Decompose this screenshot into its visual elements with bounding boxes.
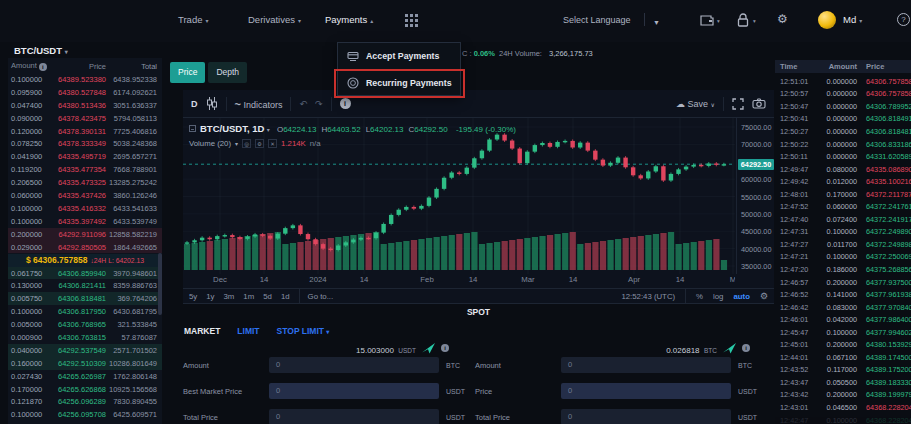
undo-icon[interactable]: ↶ (299, 99, 307, 109)
tab-limit[interactable]: LIMIT (237, 326, 259, 336)
trade-row[interactable]: 12:49:47 0.080000 64335.086890 (775, 163, 911, 176)
trade-row[interactable]: 12:46:01 0.042000 64377.986400 (775, 313, 911, 326)
trade-row[interactable]: 12:48:01 0.170000 64372.211787 (775, 188, 911, 201)
trade-row[interactable]: 12:43:42 0.200000 64389.199979 (775, 389, 911, 402)
scrollbar[interactable] (158, 253, 162, 315)
order-book-row[interactable]: 0.121870 64256.096289 7830.890455 (8, 396, 162, 409)
order-book-row[interactable]: 0.119200 64335.477354 7668.788901 (8, 163, 162, 176)
trade-row[interactable]: 12:50:47 0.000000 64306.789952 (775, 100, 911, 113)
redo-icon[interactable]: ↷ (315, 99, 323, 109)
trade-row[interactable]: 12:47:31 0.100000 64372.249890 (775, 226, 911, 239)
settings-gear-icon[interactable]: ⚙ (777, 12, 788, 26)
fullscreen-icon[interactable] (732, 98, 744, 110)
candle-style-icon[interactable] (206, 97, 218, 110)
chevron-down-icon[interactable]: ▾ (235, 140, 238, 147)
price-axis[interactable]: 75000.0070000.0060000.0055000.0050000.00… (736, 118, 774, 274)
order-book-row[interactable]: 0.005750 64306.818481 369.764206 (8, 292, 162, 305)
interval-button[interactable]: D (191, 99, 198, 109)
order-book-row[interactable]: 0.100000 64335.416332 6433.541633 (8, 202, 162, 215)
info-icon[interactable]: i (39, 63, 47, 71)
trade-row[interactable]: 12:43:52 0.117000 64389.175200 (775, 364, 911, 377)
tab-stop-limit[interactable]: STOP LIMIT ▾ (277, 326, 330, 336)
trade-row[interactable]: 12:45:01 0.200000 64380.153929 (775, 338, 911, 351)
field-input[interactable]: 0 (561, 409, 731, 424)
order-book-row[interactable]: 0.100000 64389.523380 6438.952338 (8, 73, 162, 86)
order-book-row[interactable]: 0.100000 64306.817950 6430.681795 (8, 305, 162, 318)
collapse-icon[interactable] (189, 125, 196, 132)
wallet-icon[interactable] (700, 14, 714, 26)
order-book-row[interactable]: 0.060000 64335.437426 3860.126246 (8, 189, 162, 202)
field-input[interactable]: 0 (269, 383, 439, 399)
trade-row[interactable]: 12:47:21 0.100000 64372.250069 (775, 251, 911, 264)
goto-button[interactable]: Go to... (308, 292, 334, 301)
user-avatar[interactable] (818, 11, 836, 29)
order-book-row[interactable]: 0.200000 64292.911096 12858.582219 (8, 228, 162, 241)
menu-item-recurring-payments[interactable]: Recurring Payments (338, 69, 460, 95)
chevron-down-icon[interactable]: ▾ (267, 127, 270, 133)
settings-gear-icon[interactable]: ⚙ (760, 291, 768, 301)
order-book-row[interactable]: 0.090000 64378.423475 5794.058113 (8, 112, 162, 125)
user-menu[interactable]: Md▾ (843, 14, 862, 25)
field-input[interactable]: 0 (561, 383, 731, 399)
indicators-button[interactable]: ~ Indicators (235, 98, 283, 110)
order-book-row[interactable]: 0.000900 64306.763815 57.876087 (8, 331, 162, 344)
trade-row[interactable]: 12:43:47 0.050500 64389.183330 (775, 376, 911, 389)
trade-row[interactable]: 12:45:47 0.100000 64377.994602 (775, 326, 911, 339)
trade-row[interactable]: 12:46:57 0.200000 64377.937500 (775, 276, 911, 289)
range-button-1d[interactable]: 1d (281, 292, 290, 301)
trade-row[interactable]: 12:50:11 0.000000 64331.620589 (775, 150, 911, 163)
apps-grid-icon[interactable] (405, 14, 418, 27)
order-book-row[interactable]: 0.078250 64378.333349 5038.248368 (8, 137, 162, 150)
range-button-5y[interactable]: 5y (189, 292, 197, 301)
order-book-row[interactable]: 0.005000 64306.768965 321.533845 (8, 318, 162, 331)
range-button-1m[interactable]: 1m (243, 292, 254, 301)
trade-row[interactable]: 12:50:22 0.000000 64306.833186 (775, 138, 911, 151)
info-icon[interactable]: i (441, 344, 449, 352)
language-caret-icon[interactable]: ▼ (653, 16, 660, 30)
order-book-row[interactable]: 0.027430 64265.626987 1762.806148 (8, 370, 162, 383)
close-icon[interactable]: ✕ (268, 139, 277, 148)
nav-item-trade[interactable]: Trade▾ (178, 14, 208, 25)
order-book-row[interactable]: 0.095900 64380.527848 6174.092621 (8, 86, 162, 99)
time-axis[interactable]: Dec14202414Feb14Mar14Apr14M (183, 273, 735, 287)
trade-row[interactable]: 12:49:42 0.012000 64335.100216 (775, 175, 911, 188)
range-button-5d[interactable]: 5d (263, 292, 272, 301)
order-book-row[interactable]: 0.206500 64335.473325 13285.275242 (8, 176, 162, 189)
send-cursor-icon[interactable] (422, 343, 435, 354)
order-book-row[interactable]: 0.130000 64306.821411 8359.886763 (8, 279, 162, 292)
trade-row[interactable]: 12:47:40 0.072400 64372.241917 (775, 213, 911, 226)
tab-price[interactable]: Price (170, 62, 205, 83)
send-cursor-icon[interactable] (723, 343, 736, 354)
range-button-3m[interactable]: 3m (224, 292, 235, 301)
order-book-row[interactable]: 0.100000 64335.397492 6433.539749 (8, 215, 162, 228)
language-selector[interactable]: Select Language (563, 15, 631, 25)
camera-icon[interactable] (752, 98, 766, 109)
info-icon[interactable]: i (340, 98, 351, 109)
tab-market[interactable]: MARKET (184, 326, 220, 336)
settings-gear-icon[interactable]: ⚙ (255, 139, 264, 148)
order-book-row[interactable]: 0.029000 64292.850505 1864.492665 (8, 241, 162, 254)
order-book-row[interactable]: 0.041900 64335.495719 2695.657271 (8, 150, 162, 163)
field-input[interactable]: 0 (561, 357, 731, 373)
order-book-row[interactable]: 0.047400 64380.513436 3051.636337 (8, 99, 162, 112)
order-book-row[interactable]: 0.120000 64378.390131 7725.406816 (8, 125, 162, 138)
chart-clock[interactable]: 12:52:43 (UTC) (621, 292, 675, 301)
order-book-row[interactable]: 0.061750 64306.859940 3970.948601 (8, 267, 162, 280)
trade-row[interactable]: 12:46:42 0.083000 64377.970840 (775, 301, 911, 314)
pair-selector[interactable]: BTC/USDT ▾ (14, 45, 68, 56)
trade-row[interactable]: 12:47:20 0.186000 64375.268856 (775, 263, 911, 276)
order-book-row[interactable]: 0.170000 64265.626868 10925.156568 (8, 383, 162, 396)
trade-row[interactable]: 12:46:52 0.141000 64377.961938 (775, 288, 911, 301)
save-button[interactable]: ☁ Save ∨ (676, 99, 715, 109)
range-button-1y[interactable]: 1y (206, 292, 214, 301)
trade-row[interactable]: 12:50:27 0.000000 64306.818481 (775, 125, 911, 138)
trade-row[interactable]: 12:47:27 0.011700 64372.249898 (775, 238, 911, 251)
tab-depth[interactable]: Depth (208, 62, 247, 83)
field-input[interactable]: 0 (269, 409, 439, 424)
order-book-row[interactable]: 0.100000 64256.095708 6425.609571 (8, 408, 162, 421)
scale-percent-button[interactable]: % (696, 292, 703, 301)
menu-item-accept-payments[interactable]: Accept Payments (338, 43, 460, 69)
help-icon[interactable]: ? (897, 13, 910, 26)
nav-item-payments[interactable]: Payments▴ (325, 14, 373, 25)
field-input[interactable]: 0 (269, 357, 439, 373)
